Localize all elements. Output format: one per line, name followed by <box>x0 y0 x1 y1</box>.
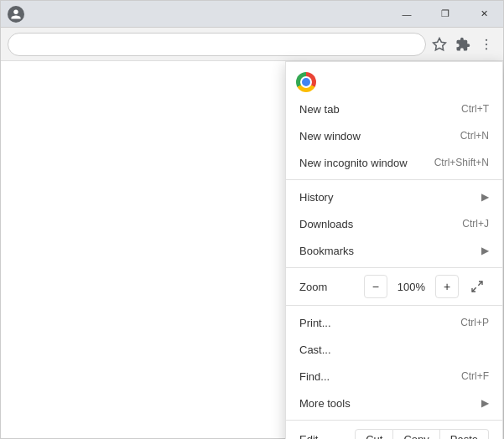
new-tab-label: New tab <box>299 103 461 116</box>
account-icon[interactable] <box>8 6 24 23</box>
edit-row: Edit Cut Copy Paste <box>286 424 502 439</box>
fullscreen-button[interactable] <box>465 275 489 298</box>
divider-1 <box>286 179 502 180</box>
svg-point-1 <box>486 39 487 40</box>
menu-item-print[interactable]: Print... Ctrl+P <box>286 309 502 336</box>
find-shortcut: Ctrl+F <box>461 370 489 382</box>
downloads-shortcut: Ctrl+J <box>462 218 489 230</box>
title-bar: — ❐ ✕ <box>1 1 503 28</box>
menu-item-history[interactable]: History ▶ <box>286 183 502 210</box>
toolbar-icons <box>429 34 496 54</box>
divider-2 <box>286 267 502 268</box>
minimize-button[interactable]: — <box>387 1 426 28</box>
cast-label: Cast... <box>299 343 489 356</box>
new-window-label: New window <box>299 130 460 142</box>
divider-3 <box>286 305 502 306</box>
window-frame: — ❐ ✕ <box>0 0 504 439</box>
menu-item-more-tools[interactable]: More tools ▶ <box>286 390 502 416</box>
star-icon[interactable] <box>429 34 449 54</box>
bookmarks-arrow: ▶ <box>481 245 489 256</box>
copy-button[interactable]: Copy <box>393 429 439 440</box>
divider-4 <box>286 420 502 421</box>
cut-button[interactable]: Cut <box>355 429 393 440</box>
svg-line-5 <box>472 287 476 292</box>
edit-label: Edit <box>299 433 355 440</box>
title-bar-left <box>1 6 387 23</box>
svg-point-2 <box>486 43 487 44</box>
downloads-label: Downloads <box>299 218 462 230</box>
more-tools-label: More tools <box>299 397 481 410</box>
dropdown-menu: New tab Ctrl+T New window Ctrl+N New inc… <box>285 61 503 439</box>
incognito-shortcut: Ctrl+Shift+N <box>434 157 489 168</box>
menu-item-new-window[interactable]: New window Ctrl+N <box>286 122 502 149</box>
menu-item-downloads[interactable]: Downloads Ctrl+J <box>286 210 502 237</box>
extensions-icon[interactable] <box>453 34 473 54</box>
zoom-minus-button[interactable]: − <box>364 275 387 298</box>
window-controls: — ❐ ✕ <box>387 1 503 27</box>
menu-header <box>286 65 502 96</box>
edit-buttons: Cut Copy Paste <box>355 429 489 440</box>
history-arrow: ▶ <box>481 191 489 203</box>
new-tab-shortcut: Ctrl+T <box>461 103 489 115</box>
zoom-row: Zoom − 100% + <box>286 271 502 302</box>
close-button[interactable]: ✕ <box>465 1 503 28</box>
svg-marker-0 <box>434 38 446 49</box>
chrome-logo <box>296 72 316 92</box>
menu-icon[interactable] <box>476 34 496 54</box>
menu-item-new-tab[interactable]: New tab Ctrl+T <box>286 96 502 122</box>
paste-button[interactable]: Paste <box>440 429 489 440</box>
incognito-label: New incognito window <box>299 157 434 169</box>
menu-item-cast[interactable]: Cast... <box>286 336 502 363</box>
print-shortcut: Ctrl+P <box>460 317 489 328</box>
zoom-plus-button[interactable]: + <box>435 275 459 298</box>
zoom-value: 100% <box>391 281 432 293</box>
address-bar[interactable] <box>8 33 426 56</box>
menu-item-bookmarks[interactable]: Bookmarks ▶ <box>286 237 502 264</box>
find-label: Find... <box>299 370 461 383</box>
history-label: History <box>299 191 481 204</box>
print-label: Print... <box>299 317 460 329</box>
svg-point-3 <box>486 48 487 49</box>
bookmarks-label: Bookmarks <box>299 245 481 257</box>
menu-item-incognito[interactable]: New incognito window Ctrl+Shift+N <box>286 149 502 176</box>
menu-item-find[interactable]: Find... Ctrl+F <box>286 363 502 390</box>
new-window-shortcut: Ctrl+N <box>460 130 489 142</box>
maximize-button[interactable]: ❐ <box>426 1 465 28</box>
browser-content: New tab Ctrl+T New window Ctrl+N New inc… <box>1 61 503 438</box>
toolbar <box>1 28 503 61</box>
svg-line-4 <box>478 281 482 286</box>
zoom-label: Zoom <box>299 281 361 293</box>
more-tools-arrow: ▶ <box>481 397 489 409</box>
